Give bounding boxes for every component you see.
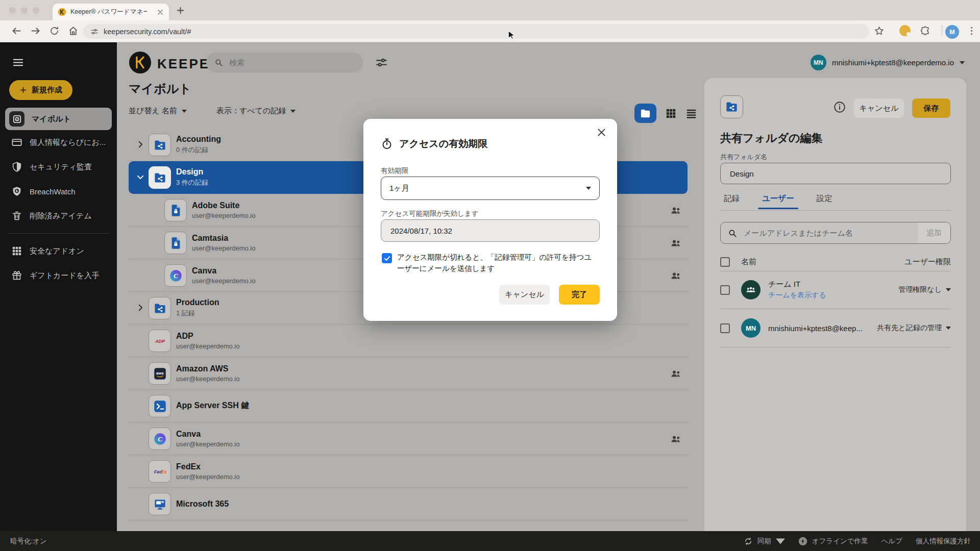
row-title: App Server SSH 鍵	[176, 400, 249, 411]
search-icon	[214, 58, 223, 67]
account-menu[interactable]: MN mnishiumi+kptest8@keeperdemo.io	[811, 55, 965, 70]
forward-button[interactable]	[30, 26, 41, 36]
keeper-extension-icon[interactable]	[899, 25, 911, 36]
row-subtitle: user@keeperdemo.io	[176, 473, 239, 481]
home-button[interactable]	[68, 26, 79, 36]
close-window-button[interactable]	[9, 7, 16, 14]
sync-button[interactable]: 同期	[744, 537, 785, 546]
user-row[interactable]: MN mnishiumi+kptest8@keep... 共有先と記録の管理	[720, 309, 951, 347]
panel-tab[interactable]: 記録	[724, 193, 740, 209]
help-link[interactable]: ヘルプ	[881, 537, 902, 546]
sidebar: 新規作成 マイボルト 個人情報ならびにお... セキュリティ監査 BreachW…	[0, 42, 117, 531]
stopwatch-icon	[381, 138, 393, 150]
browser-profile-avatar[interactable]: M	[945, 25, 959, 39]
row-subtitle: 0 件の記録	[176, 145, 221, 155]
offline-button[interactable]: オフラインで作業	[798, 537, 868, 546]
show-team-link[interactable]: チームを表示する	[768, 291, 826, 300]
vault-row[interactable]: Microsoft 365	[129, 488, 688, 520]
create-new-button[interactable]: 新規作成	[9, 80, 72, 100]
vault-row[interactable]: aws Amazon AWSuser@keeperdemo.io	[129, 357, 688, 390]
sidebar-item[interactable]: 安全なアドオン	[0, 239, 117, 263]
duration-select[interactable]: 1ヶ月	[381, 177, 600, 200]
search-filter-icon[interactable]	[375, 56, 388, 69]
list-view-button[interactable]	[685, 108, 697, 119]
chevron-right-icon[interactable]	[136, 140, 145, 149]
select-all-checkbox[interactable]	[720, 257, 730, 267]
browser-menu-icon[interactable]	[966, 26, 977, 36]
browser-tab[interactable]: Keeper® パスワードマネージャ	[53, 4, 169, 20]
vault-row[interactable]: FedEx FedExuser@keeperdemo.io	[129, 455, 688, 488]
svg-text:Ex: Ex	[161, 469, 166, 474]
panel-tab[interactable]: 設定	[817, 193, 832, 209]
window-controls[interactable]	[9, 7, 39, 14]
vault-row[interactable]: App Server SSH 鍵	[129, 390, 688, 422]
sidebar-item[interactable]: BreachWatch	[0, 179, 117, 204]
back-button[interactable]	[11, 26, 22, 36]
new-tab-button[interactable]	[176, 6, 185, 15]
gift-icon	[11, 270, 22, 281]
expire-date-field[interactable]	[381, 219, 600, 242]
grid-view-button[interactable]	[665, 108, 677, 119]
site-settings-icon[interactable]	[90, 28, 99, 36]
sort-dropdown[interactable]: 並び替え 名前	[129, 106, 187, 116]
bookmark-star-icon[interactable]	[874, 26, 885, 36]
permission-dropdown[interactable]: 管理権限なし	[898, 285, 951, 294]
row-subtitle: user@keeperdemo.io	[192, 244, 255, 252]
zoom-window-button[interactable]	[33, 7, 39, 14]
shared-users-icon	[670, 204, 682, 216]
filter-dropdown[interactable]: 表示：すべての記録	[216, 106, 296, 116]
trash-icon	[11, 210, 22, 221]
url-bar[interactable]: keepersecurity.com/vault/#	[83, 24, 869, 39]
sidebar-item[interactable]: 削除済みアイテム	[0, 204, 117, 228]
hamburger-menu-icon[interactable]	[12, 57, 24, 68]
close-icon[interactable]	[596, 127, 607, 138]
row-title: FedEx	[176, 462, 239, 471]
record-lock-icon	[164, 199, 187, 221]
panel-tab[interactable]: ユーザー	[762, 193, 794, 209]
search-input[interactable]	[228, 58, 332, 67]
vault-row[interactable]: C Canvauser@keeperdemo.io	[129, 422, 688, 455]
folder-view-button[interactable]	[634, 104, 656, 123]
add-user-button[interactable]: 追加	[918, 222, 950, 243]
folder-name-field[interactable]	[720, 163, 951, 184]
keeper-favicon	[58, 8, 66, 16]
user-name: チーム IT	[768, 280, 826, 289]
row-checkbox[interactable]	[720, 285, 730, 295]
info-icon[interactable]	[833, 101, 846, 114]
notify-checkbox-row[interactable]: アクセス期限が切れると、「記録管理可」の許可を持つユーザーにメールを送信します	[382, 252, 598, 274]
column-permission: ユーザー権限	[904, 257, 951, 267]
modal-cancel-button[interactable]: キャンセル	[499, 285, 550, 305]
account-avatar: MN	[811, 55, 826, 70]
sidebar-item[interactable]: 個人情報ならびにお...	[0, 130, 117, 155]
user-row[interactable]: チーム ITチームを表示する 管理権限なし	[720, 271, 951, 309]
reload-button[interactable]	[49, 26, 60, 36]
mouse-cursor	[506, 30, 517, 40]
minimize-window-button[interactable]	[21, 7, 28, 14]
modal-done-button[interactable]: 完了	[559, 285, 600, 305]
expire-date-input[interactable]	[389, 226, 591, 236]
vault-row[interactable]: ADP ADPuser@keeperdemo.io	[129, 324, 688, 357]
chevron-down-icon[interactable]	[136, 172, 145, 182]
sidebar-item[interactable]: マイボルト	[5, 108, 112, 130]
user-search-input[interactable]	[743, 228, 918, 238]
user-name: mnishiumi+kptest8@keep...	[768, 324, 863, 333]
tab-close-icon[interactable]	[157, 9, 164, 16]
row-checkbox[interactable]	[720, 323, 730, 333]
user-search[interactable]: 追加	[720, 222, 951, 244]
vault-search[interactable]	[206, 53, 363, 72]
shared-folder-icon	[149, 166, 171, 189]
notify-checkbox[interactable]	[382, 253, 392, 263]
folder-name-input[interactable]	[729, 169, 942, 179]
chevron-right-icon[interactable]	[136, 303, 145, 312]
extensions-puzzle-icon[interactable]	[920, 26, 930, 36]
users-table: チーム ITチームを表示する 管理権限なし MN mnishiumi+kptes…	[720, 271, 951, 347]
account-email: mnishiumi+kptest8@keeperdemo.io	[832, 58, 954, 67]
permission-dropdown[interactable]: 共有先と記録の管理	[877, 323, 951, 333]
panel-cancel-button[interactable]: キャンセル	[854, 98, 904, 118]
microsoft-icon	[149, 493, 171, 515]
privacy-link[interactable]: 個人情報保護方針	[916, 537, 971, 546]
sidebar-item[interactable]: セキュリティ監査	[0, 155, 117, 179]
folder-name-label: 共有フォルダ名	[720, 153, 767, 162]
sidebar-item[interactable]: ギフトカードを入手	[0, 263, 117, 288]
panel-save-button[interactable]: 保存	[912, 98, 950, 118]
